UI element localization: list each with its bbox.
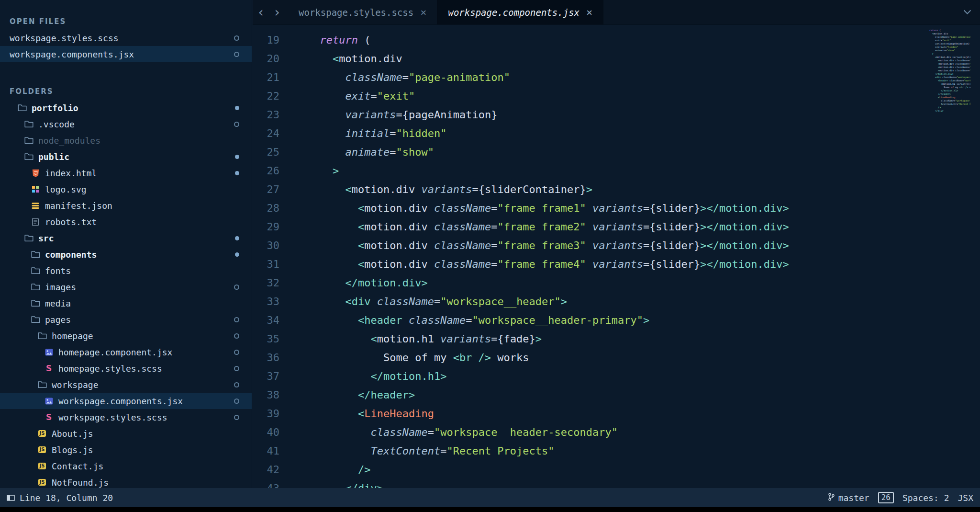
editor-area: workspage.styles.scss×workspage.componen… [253, 0, 980, 488]
tree-item[interactable]: .vscode [0, 116, 252, 132]
minimap[interactable]: return ( <motion.div className="page-ani… [926, 29, 970, 113]
tree-item[interactable]: index.html [0, 165, 252, 181]
line-text: <div className="workspace__header"> [279, 292, 567, 311]
circle-badge-icon [234, 415, 239, 420]
tree-item[interactable]: src [0, 230, 252, 246]
line-text: initial="hidden" [279, 124, 446, 143]
tree-item-label: workspage.styles.scss [58, 412, 226, 422]
open-file-label: workspage.components.jsx [10, 49, 230, 59]
line-text: animate="show" [279, 143, 434, 161]
minimap-line: </header> [926, 92, 970, 96]
line-number: 34 [253, 311, 279, 330]
tree-item[interactable]: images [0, 279, 252, 295]
code-line: 19 return ( [253, 31, 980, 49]
code-line: 32 </motion.div> [253, 273, 980, 292]
minimap-line: <div className="workspace__header"> [926, 76, 970, 79]
tree-item[interactable]: manifest.json [0, 197, 252, 214]
indentation-setting[interactable]: Spaces: 2 [902, 493, 949, 503]
tree-item[interactable]: pages [0, 311, 252, 328]
file-tree: portfolio.vscodenode_modulespublicindex.… [0, 100, 252, 488]
line-text: exit="exit" [279, 87, 415, 105]
circle-badge-icon [234, 122, 239, 127]
tab-label: workspage.styles.scss [299, 7, 413, 18]
nav-forward-icon[interactable] [269, 0, 285, 24]
line-number: 36 [253, 348, 279, 367]
line-text: /> [279, 460, 370, 479]
line-text: <motion.h1 variants={fade}> [279, 330, 542, 348]
svg-icon [30, 185, 41, 193]
chevron-down-icon[interactable] [955, 0, 980, 24]
status-bar: Line 18, Column 20 master 26 Spaces: 2 J… [0, 488, 980, 507]
line-text: </motion.div> [279, 273, 428, 292]
tree-item[interactable]: components [0, 246, 252, 262]
vscode-window: OPEN FILES workspage.styles.scssworkspag… [0, 0, 980, 512]
tree-item[interactable]: Sworkspage.styles.scss [0, 409, 252, 425]
line-number: 19 [253, 31, 279, 49]
line-number: 43 [253, 479, 279, 488]
line-text: </motion.h1> [279, 367, 446, 386]
tree-item[interactable]: robots.txt [0, 214, 252, 230]
folder-icon [30, 316, 41, 323]
tree-item[interactable]: Shomepage.styles.scss [0, 360, 252, 376]
tree-item[interactable]: JSNotFound.js [0, 474, 252, 488]
open-file-label: workspage.styles.scss [10, 33, 230, 43]
editor-tab[interactable]: workspage.components.jsx× [437, 0, 603, 24]
circle-badge-icon [234, 382, 239, 387]
line-number: 33 [253, 292, 279, 311]
tree-item-label: manifest.json [45, 201, 239, 211]
code-line: 24 initial="hidden" [253, 124, 980, 143]
close-icon[interactable]: × [586, 6, 592, 18]
tree-item[interactable]: JSBlogs.js [0, 442, 252, 458]
panel-toggle-icon[interactable] [7, 494, 15, 502]
circle-badge-icon [234, 333, 239, 339]
circle-badge-icon [234, 398, 239, 404]
editor-tab[interactable]: workspage.styles.scss× [288, 0, 437, 24]
tree-item[interactable]: JSAbout.js [0, 425, 252, 442]
tree-item[interactable]: node_modules [0, 132, 252, 148]
language-mode[interactable]: JSX [958, 493, 973, 503]
cursor-position[interactable]: Line 18, Column 20 [20, 493, 113, 503]
line-text: <motion.div className="frame frame4" var… [279, 255, 789, 273]
open-files-header: OPEN FILES [0, 13, 252, 30]
nav-back-icon[interactable] [253, 0, 269, 24]
tree-item-label: NotFound.js [52, 478, 239, 488]
tree-item-label: .vscode [38, 119, 226, 129]
problems-count[interactable]: 26 [878, 492, 894, 503]
line-number: 25 [253, 143, 279, 161]
code-viewport[interactable]: 19 return (20 <motion.div21 className="p… [253, 25, 980, 488]
tree-item-label: public [38, 152, 227, 162]
tree-item[interactable]: workspage [0, 376, 252, 393]
open-file-item[interactable]: workspage.styles.scss [0, 30, 252, 46]
tree-item[interactable]: public [0, 148, 252, 165]
line-number: 22 [253, 87, 279, 105]
code-line: 42 /> [253, 460, 980, 479]
tree-item-label: portfolio [32, 103, 227, 113]
folder-icon [23, 234, 34, 242]
tree-item[interactable]: JSContact.js [0, 458, 252, 474]
tree-item-label: media [45, 298, 239, 308]
bottom-strip [0, 507, 980, 512]
git-branch[interactable]: master [828, 492, 869, 503]
line-number: 23 [253, 105, 279, 124]
tree-item[interactable]: fonts [0, 262, 252, 279]
line-number: 41 [253, 442, 279, 460]
statusbar-right: master 26 Spaces: 2 JSX [828, 492, 973, 503]
minimap-line: </motion.h1> [926, 89, 970, 92]
line-number: 26 [253, 161, 279, 180]
circle-badge-icon [234, 284, 239, 290]
tree-item[interactable]: homepage [0, 328, 252, 344]
code-line: 33 <div className="workspace__header"> [253, 292, 980, 311]
open-files-list: workspage.styles.scssworkspage.component… [0, 30, 252, 62]
folder-icon [30, 267, 41, 274]
code-lines: 19 return (20 <motion.div21 className="p… [253, 31, 980, 488]
tree-item[interactable]: logo.svg [0, 181, 252, 197]
code-line: 43 </div> [253, 479, 980, 488]
open-file-item[interactable]: workspage.components.jsx [0, 46, 252, 62]
tree-item[interactable]: workspage.components.jsx [0, 393, 252, 409]
tree-item-label: index.html [45, 168, 227, 178]
tree-item[interactable]: media [0, 295, 252, 311]
tree-item[interactable]: portfolio [0, 100, 252, 116]
line-number: 29 [253, 217, 279, 236]
close-icon[interactable]: × [420, 6, 426, 18]
tree-item[interactable]: homepage.component.jsx [0, 344, 252, 360]
